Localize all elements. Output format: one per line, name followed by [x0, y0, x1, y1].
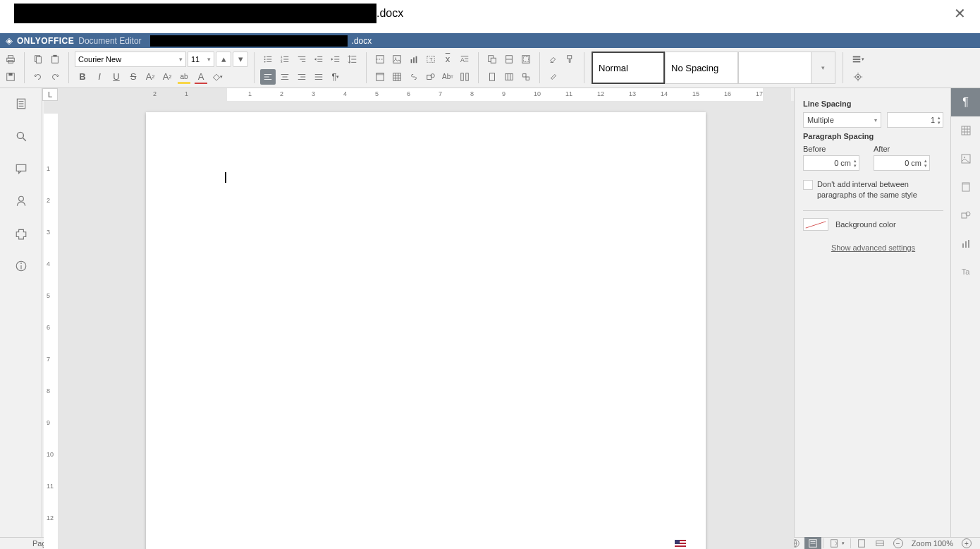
insert-textart-button[interactable]: AbT — [440, 69, 455, 85]
svg-rect-67 — [461, 73, 464, 80]
shape-fill-button[interactable]: ◇▾ — [210, 69, 226, 85]
view-settings-button[interactable]: ▾ — [850, 52, 866, 67]
spacing-after-input[interactable]: 0 cm▴▾ — [874, 155, 930, 171]
increase-indent-button[interactable] — [328, 52, 343, 67]
align-objects-button[interactable] — [518, 69, 534, 85]
about-icon[interactable] — [13, 258, 30, 274]
save-button[interactable] — [3, 69, 18, 85]
chart-settings-icon[interactable] — [951, 229, 981, 258]
insert-chart-button[interactable] — [406, 52, 422, 67]
multilevel-button[interactable] — [294, 52, 310, 67]
shape-settings-icon[interactable] — [951, 201, 981, 229]
track-changes-toggle[interactable] — [804, 537, 821, 549]
advanced-settings-button[interactable] — [850, 69, 866, 85]
svg-rect-83 — [853, 56, 861, 57]
page-orientation-button[interactable] — [484, 69, 500, 85]
style-normal[interactable]: Normal — [592, 52, 665, 84]
plugins-icon[interactable] — [13, 225, 30, 242]
textart-settings-icon[interactable]: Ta — [951, 258, 981, 286]
decrease-indent-button[interactable] — [311, 52, 326, 67]
mailmerge-button[interactable] — [484, 52, 500, 67]
search-icon[interactable] — [13, 128, 30, 145]
insert-shape-button[interactable] — [423, 69, 439, 85]
bg-color-swatch[interactable] — [803, 218, 828, 231]
undo-button[interactable] — [30, 69, 46, 85]
svg-point-13 — [264, 61, 266, 62]
svg-rect-50 — [413, 57, 415, 63]
underline-button[interactable]: U — [109, 69, 124, 85]
header-settings-icon[interactable] — [951, 173, 981, 201]
strikethrough-button[interactable]: S — [125, 69, 141, 85]
doc-changes-button[interactable]: ▾ — [825, 538, 849, 548]
show-advanced-link[interactable]: Show advanced settings — [831, 243, 915, 252]
document-page[interactable] — [146, 112, 706, 549]
fit-width-button[interactable] — [871, 538, 889, 548]
copy-button[interactable] — [30, 52, 46, 67]
canvas-scroll[interactable] — [58, 101, 794, 549]
clear-style-button[interactable] — [546, 52, 561, 67]
superscript-button[interactable]: A2 — [142, 69, 158, 85]
redo-button[interactable] — [47, 69, 63, 85]
fit-page-button[interactable] — [852, 538, 871, 548]
line-spacing-header: Line Spacing — [803, 99, 943, 108]
vertical-ruler[interactable]: 123456789101112 — [44, 101, 58, 549]
style-expand-button[interactable]: ▾ — [811, 52, 835, 84]
subscript-button[interactable]: A2 — [159, 69, 175, 85]
dont-add-interval-checkbox[interactable] — [803, 180, 813, 190]
svg-rect-80 — [526, 77, 529, 80]
page-size-button[interactable] — [501, 52, 517, 67]
align-justify-button[interactable] — [311, 69, 326, 85]
insert-header-button[interactable] — [372, 69, 388, 85]
svg-rect-6 — [36, 56, 41, 63]
bullets-button[interactable] — [260, 52, 276, 67]
style-nospacing[interactable]: No Spacing — [665, 52, 738, 84]
insert-table-button[interactable] — [389, 69, 405, 85]
insert-link-button[interactable] — [406, 69, 422, 85]
text-cursor — [225, 172, 226, 183]
svg-rect-123 — [858, 540, 864, 548]
zoom-in-button[interactable]: + — [957, 538, 976, 548]
image-settings-icon[interactable] — [951, 145, 981, 173]
insert-columns-button[interactable] — [457, 69, 472, 85]
font-name-select[interactable]: Courier New▾ — [75, 52, 186, 67]
print-button[interactable] — [3, 52, 18, 67]
nonprinting-button[interactable]: ¶▾ — [328, 69, 343, 85]
paste-button[interactable] — [47, 52, 63, 67]
highlight-tool-button[interactable] — [546, 69, 561, 85]
zoom-out-button[interactable]: − — [889, 538, 907, 548]
line-spacing-value[interactable]: 1▴▾ — [887, 112, 943, 128]
decrease-font-button[interactable]: ▾ — [233, 52, 248, 67]
horizontal-ruler[interactable]: 211234567891011121314151617 — [58, 88, 791, 101]
font-color-button[interactable]: A — [193, 69, 209, 85]
style-extra[interactable] — [738, 52, 811, 84]
line-spacing-mode[interactable]: Multiple▾ — [803, 112, 881, 128]
insert-page-break-button[interactable] — [372, 52, 388, 67]
bold-button[interactable]: B — [75, 69, 90, 85]
increase-font-button[interactable]: ▴ — [216, 52, 231, 67]
workspace: L 211234567891011121314151617 1234567891… — [0, 88, 980, 537]
close-icon[interactable]: ✕ — [947, 2, 973, 25]
insert-dropcap-button[interactable]: A — [457, 52, 472, 67]
comments-icon[interactable] — [13, 160, 30, 177]
line-spacing-button[interactable] — [345, 52, 360, 67]
highlight-button[interactable]: ab — [176, 69, 192, 85]
insert-image-button[interactable] — [389, 52, 405, 67]
paragraph-settings-icon[interactable]: ¶ — [951, 88, 981, 116]
align-right-button[interactable] — [294, 69, 310, 85]
font-size-select[interactable]: 11▾ — [188, 52, 214, 67]
copy-style-button[interactable] — [563, 52, 578, 67]
ruler-corner[interactable]: L — [42, 88, 58, 101]
zoom-label[interactable]: Zoom 100% — [907, 539, 957, 548]
table-style-button[interactable] — [501, 69, 517, 85]
align-left-button[interactable] — [260, 69, 276, 85]
file-tab-icon[interactable] — [13, 95, 30, 112]
numbering-button[interactable]: 123 — [277, 52, 293, 67]
spacing-before-input[interactable]: 0 cm▴▾ — [803, 155, 859, 171]
insert-text-button[interactable]: T — [423, 52, 439, 67]
chat-icon[interactable] — [13, 193, 30, 210]
italic-button[interactable]: I — [92, 69, 107, 85]
table-settings-icon[interactable] — [951, 116, 981, 145]
page-margins-button[interactable] — [518, 52, 534, 67]
align-center-button[interactable] — [277, 69, 293, 85]
insert-equation-button[interactable]: x — [440, 52, 455, 67]
